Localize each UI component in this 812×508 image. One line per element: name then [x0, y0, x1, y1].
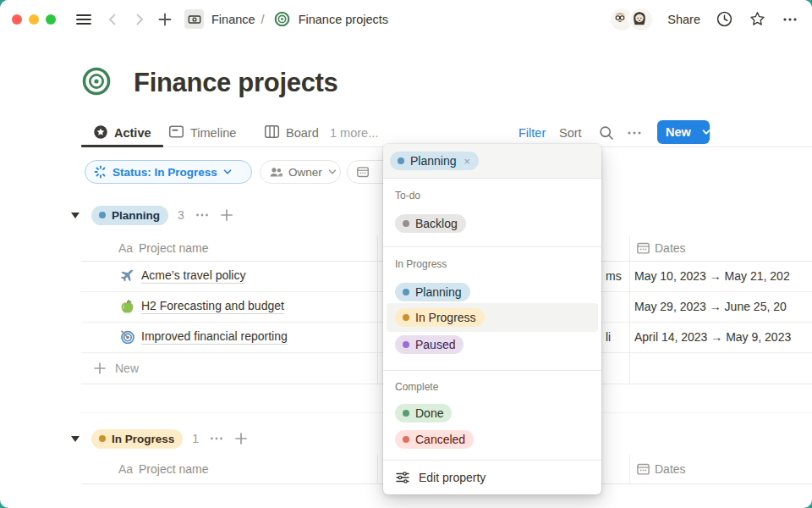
page-title[interactable]: Finance projects	[134, 68, 338, 98]
minimize-window-button[interactable]	[29, 14, 39, 25]
status-dot	[403, 341, 409, 348]
new-button[interactable]: New	[657, 120, 710, 144]
breadcrumb-parent[interactable]: Finance	[211, 13, 255, 26]
text-type-icon: Aa	[118, 462, 133, 476]
calendar-icon	[356, 165, 370, 179]
collapse-triangle-icon[interactable]	[71, 436, 80, 442]
selected-status-chip[interactable]: Planning ×	[390, 152, 479, 170]
new-button-chevron-down-icon[interactable]	[698, 126, 716, 138]
group-status-tag[interactable]: Planning	[91, 206, 168, 225]
breadcrumb-separator: /	[261, 13, 265, 26]
status-dot	[403, 289, 409, 295]
option-backlog[interactable]: Backlog	[395, 214, 466, 233]
dates-value[interactable]: April 14, 2023 → May 9, 2023	[634, 330, 791, 344]
people-icon	[269, 165, 283, 179]
dates-value[interactable]: May 10, 2023 → May 21, 202	[634, 269, 790, 283]
text-type-icon: Aa	[118, 241, 133, 255]
edit-property-label: Edit property	[419, 471, 486, 484]
status-dot	[398, 157, 404, 164]
group-add-icon[interactable]	[234, 432, 248, 445]
tab-label: 1 more...	[330, 126, 378, 140]
favorite-star-icon[interactable]	[749, 10, 766, 28]
chevron-down-icon	[327, 167, 337, 177]
breadcrumb-page-bullseye-icon	[274, 9, 291, 29]
project-title[interactable]: Improved financial reporting	[141, 329, 288, 345]
dropdown-divider	[383, 370, 601, 371]
column-divider	[377, 455, 378, 483]
notion-window: Finance / Finance projects Share	[0, 0, 812, 508]
owner-fragment: li	[606, 330, 611, 344]
close-window-button[interactable]	[12, 14, 22, 25]
group-header-planning: Planning 3	[71, 204, 233, 226]
sidebar-toggle-icon[interactable]	[74, 10, 93, 29]
collaborator-avatars	[609, 7, 654, 32]
owner-filter-label: Owner	[288, 166, 322, 179]
dropdown-section-in-progress: In Progress	[395, 258, 447, 270]
status-dot	[403, 436, 409, 443]
status-dot	[403, 410, 409, 417]
tab-label: Board	[286, 126, 319, 140]
owner-filter-chip[interactable]: Owner	[260, 160, 341, 184]
updates-clock-icon[interactable]	[716, 10, 733, 28]
window-titlebar: Finance / Finance projects Share	[0, 0, 812, 38]
tab-active-view[interactable]: Active	[93, 120, 151, 146]
breadcrumb-finance-icon[interactable]	[184, 9, 204, 29]
option-planning[interactable]: Planning	[395, 283, 470, 301]
group-count: 3	[178, 208, 184, 222]
collapse-triangle-icon[interactable]	[71, 213, 80, 218]
filter-button[interactable]: Filter	[518, 120, 546, 146]
new-page-icon[interactable]	[157, 12, 173, 27]
dates-value[interactable]: May 29, 2023 → June 25, 20	[634, 300, 787, 313]
column-divider	[629, 235, 630, 384]
group-status-tag[interactable]: In Progress	[91, 429, 183, 449]
dropdown-search-input[interactable]: Planning ×	[383, 144, 601, 179]
group-add-icon[interactable]	[220, 208, 233, 222]
status-filter-label: Status: In Progress	[112, 166, 217, 179]
group-count: 1	[192, 432, 199, 445]
target-icon	[120, 330, 134, 345]
page-bullseye-icon	[81, 66, 112, 100]
view-options-icon[interactable]	[626, 124, 643, 141]
back-icon[interactable]	[105, 12, 120, 27]
column-header-project-name[interactable]: Project name	[139, 462, 208, 476]
airplane-icon	[120, 269, 134, 284]
project-title[interactable]: Acme’s travel policy	[141, 268, 245, 284]
timeline-icon	[168, 124, 184, 142]
board-icon	[264, 124, 280, 142]
dropdown-divider	[383, 246, 601, 247]
group-options-icon[interactable]	[195, 207, 210, 223]
owner-fragment: ms	[606, 269, 622, 283]
sort-button[interactable]: Sort	[559, 120, 582, 146]
column-header-dates[interactable]: Dates	[655, 462, 686, 476]
share-button[interactable]: Share	[667, 13, 700, 26]
dropdown-section-todo: To-do	[395, 190, 420, 202]
status-filter-dropdown: Planning × To-do Backlog In Progress Pla…	[383, 144, 601, 494]
calendar-icon	[636, 462, 650, 477]
option-done[interactable]: Done	[395, 404, 452, 422]
option-canceled[interactable]: Canceled	[395, 430, 474, 449]
tab-more-views[interactable]: 1 more...	[330, 120, 378, 146]
zoom-window-button[interactable]	[46, 14, 56, 25]
avatar-user-2[interactable]	[628, 7, 654, 32]
option-in-progress[interactable]: In Progress	[395, 308, 485, 327]
column-header-project-name[interactable]: Project name	[139, 241, 208, 255]
forward-icon[interactable]	[132, 12, 147, 27]
sliders-icon	[395, 470, 410, 485]
search-icon[interactable]	[598, 124, 615, 141]
more-options-icon[interactable]	[782, 11, 798, 28]
status-filter-chip[interactable]: Status: In Progress	[85, 160, 252, 184]
tab-timeline-view[interactable]: Timeline	[168, 120, 236, 146]
edit-property-button[interactable]: Edit property	[383, 460, 601, 494]
column-header-dates[interactable]: Dates	[655, 241, 686, 255]
new-button-label: New	[657, 125, 691, 139]
column-divider	[377, 235, 378, 384]
status-dot	[403, 220, 409, 227]
option-paused[interactable]: Paused	[395, 335, 464, 354]
tab-label: Timeline	[190, 126, 236, 140]
remove-tag-icon[interactable]: ×	[464, 155, 471, 168]
project-title[interactable]: H2 Forecasting and budget	[141, 299, 284, 314]
tab-board-view[interactable]: Board	[264, 120, 319, 146]
group-options-icon[interactable]	[209, 431, 224, 446]
spinner-burst-icon	[94, 165, 107, 179]
breadcrumb-current[interactable]: Finance projects	[299, 13, 388, 26]
